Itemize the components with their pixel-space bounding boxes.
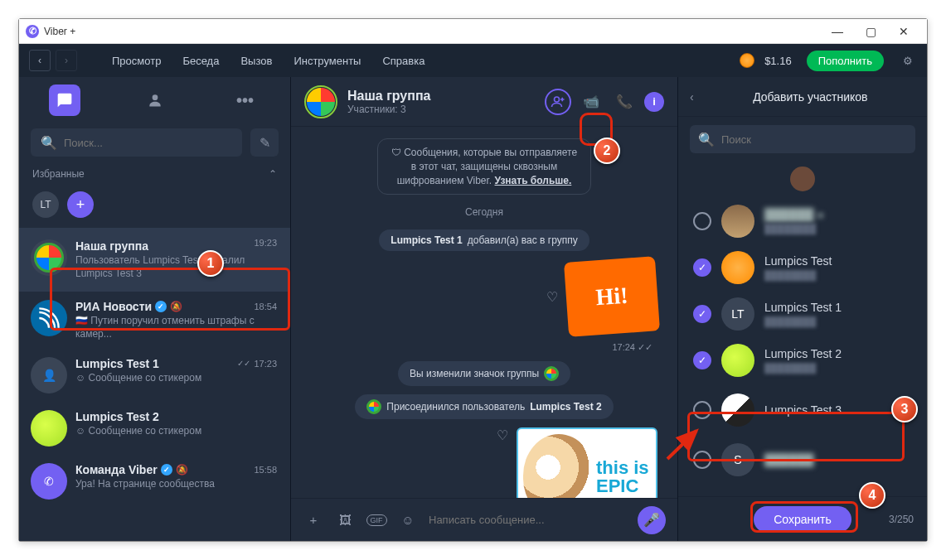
contact-item[interactable]: [678, 162, 927, 198]
tab-more-icon[interactable]: •••: [230, 84, 261, 116]
menu-view[interactable]: Просмотр: [104, 50, 169, 72]
minimize-button[interactable]: —: [821, 19, 854, 44]
group-name: Наша группа: [347, 89, 535, 104]
avatar: [31, 300, 67, 336]
contact-item[interactable]: ██████ ●████████: [678, 198, 927, 244]
avatar: [721, 251, 754, 284]
checkbox-selected[interactable]: ✓: [693, 305, 711, 323]
chat-preview: ☺ Сообщение со стикером: [75, 372, 279, 385]
contact-item[interactable]: ✓ Lumpics Test████████: [678, 244, 927, 291]
menu-help[interactable]: Справка: [374, 50, 433, 72]
contact-name: Lumpics Test: [764, 254, 832, 268]
sidebar-search[interactable]: 🔍: [31, 128, 242, 157]
window-title: Viber +: [44, 26, 821, 37]
tab-chats-icon[interactable]: [49, 84, 80, 116]
video-call-button[interactable]: 📹: [578, 89, 604, 115]
avatar: [721, 205, 754, 238]
chat-preview: Пользователь Lumpics Test 1 удалил Lumpi…: [75, 254, 279, 280]
chat-preview: 🇷🇺 Путин поручил отменить штрафы с камер…: [75, 315, 279, 340]
heart-icon[interactable]: ♡: [546, 289, 558, 305]
menu-call[interactable]: Вызов: [232, 50, 280, 72]
favorites-collapse-icon[interactable]: ⌃: [269, 168, 277, 180]
chat-time: 18:54: [254, 302, 277, 311]
contacts-list[interactable]: ██████ ●████████ ✓ Lumpics Test████████ …: [678, 162, 927, 496]
learn-more-link[interactable]: Узнать больше.: [495, 175, 572, 186]
panel-search-input[interactable]: [721, 133, 907, 146]
avatar: 👤: [31, 357, 67, 393]
info-button[interactable]: i: [644, 92, 664, 112]
add-members-panel: ‹ Добавить участников 🔍 ██████ ●████████…: [678, 77, 927, 541]
contact-item[interactable]: ✓ LT Lumpics Test 1████████: [678, 291, 927, 337]
read-checks-icon: ✓✓: [237, 359, 250, 368]
top-menu-bar: ‹ › Просмотр Беседа Вызов Инструменты Сп…: [19, 44, 927, 77]
panel-back-button[interactable]: ‹: [690, 90, 694, 104]
chat-item-viber-team[interactable]: ✆ Команда Viber ✓ 🔕 Ура! На странице соо…: [19, 455, 290, 508]
chat-time: 15:58: [254, 465, 277, 475]
nav-back-button[interactable]: ‹: [29, 50, 51, 71]
add-favorite-button[interactable]: +: [67, 191, 94, 218]
sticker-hi: Hi!: [564, 257, 660, 337]
date-divider: Сегодня: [311, 206, 657, 218]
avatar: [790, 167, 815, 191]
menu-tools[interactable]: Инструменты: [285, 50, 369, 72]
compose-button[interactable]: ✎: [250, 128, 279, 157]
chat-item-group[interactable]: Наша группа Пользователь Lumpics Test 1 …: [19, 228, 290, 292]
search-icon: 🔍: [41, 135, 57, 151]
panel-search[interactable]: 🔍: [690, 125, 915, 153]
annotation-callout-2: 2: [594, 138, 620, 164]
chat-item-ria[interactable]: РИА Новости ✓ 🔕 🇷🇺 Путин поручил отменит…: [19, 292, 290, 349]
messages-area[interactable]: 🛡 Сообщения, которые вы отправляете в эт…: [291, 127, 677, 498]
avatar: S: [721, 443, 754, 476]
checkbox[interactable]: [693, 212, 711, 230]
image-icon[interactable]: 🖼: [334, 509, 356, 531]
message-input[interactable]: [429, 514, 628, 526]
settings-gear-icon[interactable]: ⚙: [899, 51, 917, 70]
avatar: [31, 410, 67, 447]
avatar: [31, 239, 67, 276]
chat-item-lumpics1[interactable]: 👤 Lumpics Test 1 ☺ Сообщение со стикером…: [19, 349, 290, 402]
contact-item[interactable]: S ██████: [678, 437, 927, 483]
group-members-count[interactable]: Участники: 3: [347, 104, 535, 115]
emoji-icon[interactable]: ☺: [397, 509, 419, 531]
maximize-button[interactable]: ▢: [854, 19, 887, 44]
annotation-callout-3: 3: [891, 396, 918, 422]
heart-icon[interactable]: ♡: [497, 427, 508, 443]
left-sidebar: ••• 🔍 ✎ Избранные ⌃ LT + Наш: [19, 77, 291, 541]
favorites-label: Избранные: [32, 168, 85, 180]
checkbox-selected[interactable]: ✓: [693, 351, 711, 369]
panel-title: Добавить участников: [706, 90, 915, 104]
add-member-button[interactable]: [545, 89, 571, 115]
group-avatar[interactable]: [304, 85, 337, 118]
save-button[interactable]: Сохранить: [754, 506, 851, 533]
contact-item-lumpics3[interactable]: Lumpics Test 3: [678, 384, 927, 437]
message-time: 17:24 ✓✓: [311, 342, 652, 353]
checkbox[interactable]: [693, 401, 711, 419]
checkbox-selected[interactable]: ✓: [693, 258, 711, 277]
chat-preview: ☺ Сообщение со стикером: [75, 425, 279, 438]
gif-icon[interactable]: GIF: [366, 509, 387, 531]
attach-plus-icon[interactable]: +: [303, 509, 324, 531]
system-message: Присоединился пользователь Lumpics Test …: [355, 394, 613, 419]
tab-contacts-icon[interactable]: [139, 84, 171, 116]
contact-name: ██████: [764, 453, 814, 466]
menu-chat[interactable]: Беседа: [174, 50, 227, 72]
voice-call-button[interactable]: 📞: [611, 89, 638, 115]
message-composer: + 🖼 GIF ☺ 🎤: [291, 498, 677, 541]
contact-item[interactable]: ✓ Lumpics Test 2████████: [678, 337, 927, 384]
favorite-chip[interactable]: LT: [32, 191, 59, 218]
nav-forward-button[interactable]: ›: [56, 50, 77, 71]
balance-coin-icon: [740, 53, 754, 68]
chat-preview: Ура! На странице сообщества: [75, 478, 279, 491]
search-icon: 🔍: [698, 132, 715, 147]
chat-time: 17:23: [254, 359, 277, 369]
chat-area: Наша группа Участники: 3 📹 📞 i 🛡 Сообщен…: [291, 77, 678, 541]
topup-button[interactable]: Пополнить: [807, 51, 884, 71]
close-button[interactable]: ✕: [887, 19, 920, 44]
mic-button[interactable]: 🎤: [638, 506, 666, 534]
chat-item-lumpics2[interactable]: Lumpics Test 2 ☺ Сообщение со стикером: [19, 402, 290, 455]
encryption-banner: 🛡 Сообщения, которые вы отправляете в эт…: [377, 138, 591, 195]
avatar: ✆: [31, 463, 67, 500]
chat-title: Команда Viber: [75, 463, 158, 476]
sidebar-search-input[interactable]: [64, 137, 232, 149]
selection-count: 3/250: [889, 514, 914, 525]
